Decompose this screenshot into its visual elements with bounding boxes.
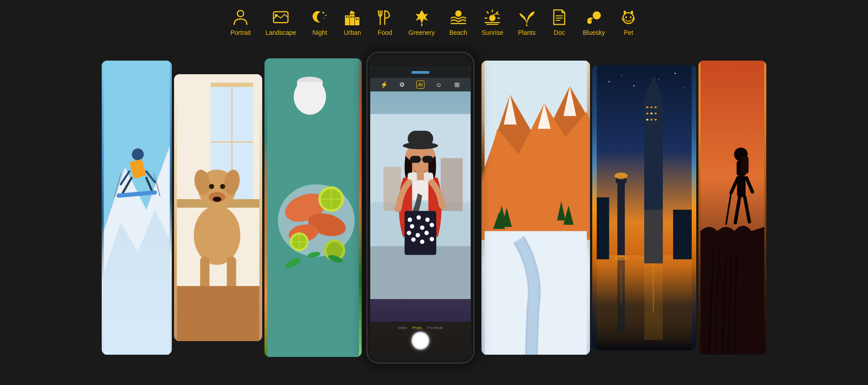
svg-point-121 xyxy=(395,205,402,213)
phone-settings-icon[interactable]: ⚙ xyxy=(398,81,406,89)
svg-point-0 xyxy=(237,10,244,17)
beach-label: Beach xyxy=(449,29,467,36)
pet-icon xyxy=(619,8,637,26)
svg-point-114 xyxy=(429,223,434,228)
svg-rect-16 xyxy=(358,19,359,20)
mode-pro[interactable]: Pro Mode xyxy=(427,326,443,330)
svg-point-116 xyxy=(415,233,420,238)
svg-point-138 xyxy=(621,75,622,76)
phone-grid-icon[interactable]: ⊞ xyxy=(453,81,461,89)
mode-food[interactable]: Food xyxy=(376,8,394,36)
svg-rect-11 xyxy=(351,14,352,15)
svg-rect-14 xyxy=(353,16,354,18)
greenery-label: Greenery xyxy=(408,29,434,36)
greenery-icon xyxy=(413,8,431,26)
phone-viewfinder xyxy=(370,91,471,322)
svg-point-139 xyxy=(633,85,635,86)
svg-rect-161 xyxy=(597,197,609,259)
svg-rect-9 xyxy=(346,16,347,18)
plants-label: Plants xyxy=(518,29,536,36)
doc-label: Doc xyxy=(554,29,565,36)
night-icon xyxy=(311,8,329,26)
photo-city-twilight xyxy=(592,65,696,350)
landscape-icon xyxy=(272,8,290,26)
landscape-label: Landscape xyxy=(265,29,297,36)
svg-rect-157 xyxy=(644,210,663,257)
svg-point-137 xyxy=(609,81,610,82)
phone-face-icon[interactable]: ☺ xyxy=(434,81,443,89)
svg-rect-10 xyxy=(348,16,349,18)
phone-body: ⚡ ⚙ AI ☺ ⊞ xyxy=(366,52,475,364)
phone-status-bar xyxy=(370,67,471,78)
phone-flash-icon[interactable]: ⚡ xyxy=(380,81,388,89)
svg-point-45 xyxy=(132,148,144,160)
mode-landscape[interactable]: Landscape xyxy=(265,8,297,36)
snowboarder-illustration xyxy=(102,61,172,355)
phone-bottom-controls: Video Photo Pro Mode xyxy=(370,322,471,353)
photo-mountains xyxy=(481,61,590,355)
svg-point-142 xyxy=(683,87,684,88)
svg-point-22 xyxy=(455,10,462,17)
svg-rect-70 xyxy=(177,286,259,341)
mode-bluesky[interactable]: Bluesky xyxy=(583,8,605,36)
svg-rect-153 xyxy=(655,113,657,114)
mode-photo[interactable]: Photo xyxy=(412,326,422,330)
svg-point-165 xyxy=(614,257,627,261)
svg-rect-158 xyxy=(618,181,625,255)
svg-point-118 xyxy=(411,238,416,242)
mode-greenery[interactable]: Greenery xyxy=(408,8,434,36)
beach-icon xyxy=(449,8,467,26)
phone-ai-icon[interactable]: AI xyxy=(416,81,425,89)
phone-modes-row: Video Photo Pro Mode xyxy=(398,326,443,330)
city-illustration xyxy=(592,65,696,350)
phone-left-button[interactable] xyxy=(366,98,368,121)
svg-point-67 xyxy=(213,197,222,202)
phone-side-button-top[interactable] xyxy=(473,107,475,125)
svg-point-140 xyxy=(658,79,659,80)
mountains-illustration xyxy=(481,61,590,355)
mode-plants[interactable]: Plants xyxy=(518,8,536,36)
mode-sunrise[interactable]: Sunrise xyxy=(482,8,503,36)
hiker-illustration xyxy=(698,61,766,355)
phone-side-button-mid[interactable] xyxy=(473,132,475,150)
svg-rect-15 xyxy=(356,19,357,20)
svg-point-115 xyxy=(407,231,411,235)
mode-pet[interactable]: Pet xyxy=(619,8,637,36)
sunrise-label: Sunrise xyxy=(482,29,503,36)
night-label: Night xyxy=(312,29,327,36)
bluesky-icon xyxy=(585,8,603,26)
svg-rect-147 xyxy=(651,77,655,86)
sunrise-icon xyxy=(483,8,501,26)
mode-portrait[interactable]: Portrait xyxy=(231,8,251,36)
mode-beach[interactable]: Beach xyxy=(449,8,467,36)
photo-hiker xyxy=(698,61,766,355)
mode-video[interactable]: Video xyxy=(398,326,407,330)
phone-camera-controls[interactable]: ⚡ ⚙ AI ☺ ⊞ xyxy=(370,78,471,91)
mode-doc[interactable]: Doc xyxy=(550,8,568,36)
doc-icon xyxy=(550,8,568,26)
svg-point-23 xyxy=(489,15,495,21)
svg-rect-156 xyxy=(655,119,657,121)
svg-rect-17 xyxy=(351,11,353,12)
svg-point-4 xyxy=(326,15,327,16)
svg-point-109 xyxy=(408,218,412,222)
svg-rect-162 xyxy=(673,210,692,260)
svg-rect-8 xyxy=(355,17,359,25)
food-illustration xyxy=(264,58,362,357)
urban-icon xyxy=(343,8,361,26)
urban-label: Urban xyxy=(344,29,361,36)
svg-rect-102 xyxy=(422,156,433,163)
svg-point-119 xyxy=(420,240,425,244)
mode-urban[interactable]: Urban xyxy=(343,8,361,36)
svg-point-112 xyxy=(410,224,415,228)
svg-point-5 xyxy=(324,18,325,19)
mode-night[interactable]: Night xyxy=(311,8,329,36)
svg-point-110 xyxy=(416,215,421,220)
shutter-button[interactable] xyxy=(411,332,429,350)
phone-mockup: ⚡ ⚙ AI ☺ ⊞ xyxy=(366,52,475,364)
bluesky-label: Bluesky xyxy=(583,29,605,36)
svg-rect-178 xyxy=(741,157,749,174)
svg-point-160 xyxy=(614,172,627,179)
gallery-section: ⚡ ⚙ AI ☺ ⊞ xyxy=(0,43,868,373)
svg-point-117 xyxy=(425,231,429,235)
